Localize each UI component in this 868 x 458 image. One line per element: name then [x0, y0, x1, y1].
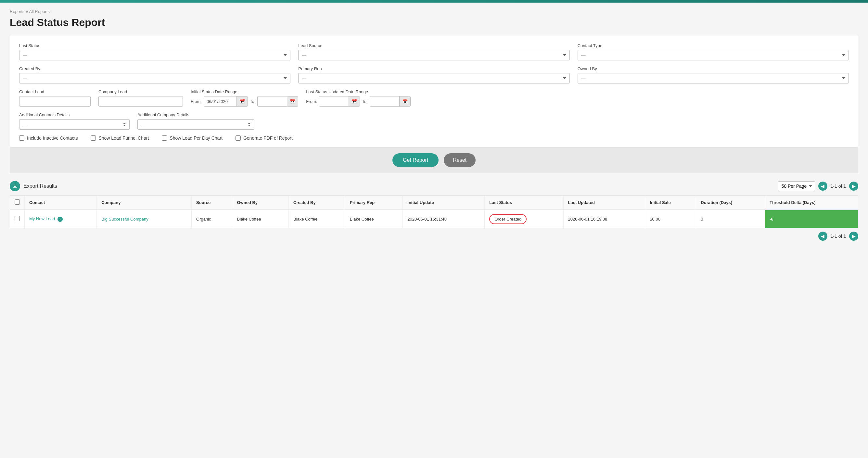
breadcrumb: Reports » All Reports: [10, 9, 858, 14]
initial-status-from-wrapper: 📅: [204, 96, 248, 106]
contact-type-label: Contact Type: [578, 43, 849, 48]
filter-row-4: Additional Contacts Details — Additional…: [19, 112, 849, 130]
col-initial-sale: Initial Sale: [645, 195, 696, 210]
last-status-to-input[interactable]: [370, 97, 399, 106]
last-status-label: Last Status: [19, 43, 290, 48]
from-label-2: From:: [306, 99, 317, 104]
row-checkbox[interactable]: [14, 216, 20, 221]
to-label-2: To:: [362, 99, 367, 104]
additional-company-group: Additional Company Details —: [137, 112, 254, 130]
contact-info-icon[interactable]: ℹ: [58, 217, 63, 222]
lead-source-select[interactable]: —: [298, 50, 569, 60]
generate-pdf-group[interactable]: Generate PDF of Report: [236, 135, 293, 141]
table-body: My New Lead ℹ Big Successful Company Org…: [10, 210, 858, 228]
initial-status-from-cal-icon[interactable]: 📅: [237, 96, 248, 106]
last-status-from-input[interactable]: [319, 97, 348, 106]
col-initial-update: Initial Update: [403, 195, 485, 210]
primary-rep-group: Primary Rep —: [298, 66, 569, 84]
results-section: Export Results 50 Per Page ◀ 1-1 of 1 ▶ …: [10, 181, 858, 244]
generate-pdf-label: Generate PDF of Report: [243, 135, 293, 141]
action-bar: Get Report Reset: [10, 148, 858, 173]
created-by-select[interactable]: —: [19, 73, 290, 84]
owned-by-select[interactable]: —: [578, 73, 849, 84]
include-inactive-contacts-group[interactable]: Include Inactive Contacts: [19, 135, 78, 141]
additional-company-select[interactable]: —: [137, 119, 254, 130]
last-status-select[interactable]: —: [19, 50, 290, 60]
table-row: My New Lead ℹ Big Successful Company Org…: [10, 210, 858, 228]
col-duration: Duration (Days): [696, 195, 765, 210]
contact-lead-input[interactable]: [19, 96, 91, 106]
lead-source-label: Lead Source: [298, 43, 569, 48]
owned-by-group: Owned By —: [578, 66, 849, 84]
show-lead-per-day-chart-checkbox[interactable]: [162, 135, 167, 141]
initial-status-to-wrapper: 📅: [257, 96, 298, 106]
company-lead-input[interactable]: [98, 96, 183, 106]
last-status-updated-date-inputs: From: 📅 To: 📅: [306, 96, 410, 106]
cell-threshold-delta: -6: [765, 210, 858, 228]
contact-type-group: Contact Type —: [578, 43, 849, 60]
primary-rep-select[interactable]: —: [298, 73, 569, 84]
col-contact: Contact: [25, 195, 97, 210]
filter-row-3: Contact Lead Company Lead Initial Status…: [19, 89, 849, 106]
results-header: Export Results 50 Per Page ◀ 1-1 of 1 ▶: [10, 181, 858, 191]
prev-page-button[interactable]: ◀: [818, 182, 827, 191]
next-page-button[interactable]: ▶: [849, 182, 858, 191]
col-company: Company: [97, 195, 192, 210]
breadcrumb-separator: »: [26, 9, 28, 14]
cell-duration: 0: [696, 210, 765, 228]
export-icon[interactable]: [10, 181, 20, 191]
results-footer: ◀ 1-1 of 1 ▶: [10, 228, 858, 244]
last-status-group: Last Status —: [19, 43, 290, 60]
col-source: Source: [192, 195, 232, 210]
breadcrumb-reports[interactable]: Reports: [10, 9, 25, 14]
cell-initial-update: 2020-06-01 15:31:48: [403, 210, 485, 228]
last-status-from-cal-icon[interactable]: 📅: [348, 96, 360, 106]
initial-status-to-cal-icon[interactable]: 📅: [287, 96, 298, 106]
contact-type-select[interactable]: —: [578, 50, 849, 60]
show-lead-funnel-chart-label: Show Lead Funnel Chart: [98, 135, 149, 141]
initial-status-from-input[interactable]: [204, 97, 237, 106]
per-page-select[interactable]: 50 Per Page: [778, 181, 815, 191]
cell-last-updated: 2020-06-01 16:19:38: [563, 210, 645, 228]
export-results: Export Results: [10, 181, 57, 191]
table-header-row: Contact Company Source Owned By Created …: [10, 195, 858, 210]
header-checkbox[interactable]: [14, 200, 20, 205]
created-by-group: Created By —: [19, 66, 290, 84]
additional-contacts-select[interactable]: —: [19, 119, 130, 130]
show-lead-per-day-chart-group[interactable]: Show Lead Per Day Chart: [162, 135, 222, 141]
generate-pdf-checkbox[interactable]: [236, 135, 241, 141]
show-lead-funnel-chart-checkbox[interactable]: [91, 135, 96, 141]
col-primary-rep: Primary Rep: [345, 195, 403, 210]
results-table: Contact Company Source Owned By Created …: [10, 195, 858, 228]
additional-company-label: Additional Company Details: [137, 112, 254, 117]
cell-owned-by: Blake Coffee: [232, 210, 289, 228]
footer-next-page-button[interactable]: ▶: [849, 232, 858, 241]
last-status-to-cal-icon[interactable]: 📅: [399, 96, 410, 106]
filter-row-2: Created By — Primary Rep — Owned By —: [19, 66, 849, 84]
row-checkbox-cell: [10, 210, 25, 228]
checkboxes-row: Include Inactive Contacts Show Lead Funn…: [19, 135, 849, 141]
to-label-1: To:: [250, 99, 255, 104]
footer-prev-page-button[interactable]: ◀: [818, 232, 827, 241]
cell-created-by: Blake Coffee: [289, 210, 345, 228]
created-by-label: Created By: [19, 66, 290, 71]
initial-status-to-input[interactable]: [258, 97, 287, 106]
show-lead-funnel-chart-group[interactable]: Show Lead Funnel Chart: [91, 135, 149, 141]
company-link[interactable]: Big Successful Company: [101, 217, 149, 221]
get-report-button[interactable]: Get Report: [393, 153, 438, 167]
cell-source: Organic: [192, 210, 232, 228]
include-inactive-contacts-checkbox[interactable]: [19, 135, 24, 141]
contact-lead-group: Contact Lead: [19, 89, 91, 106]
primary-rep-label: Primary Rep: [298, 66, 569, 71]
filter-card: Last Status — Lead Source — Contact Type…: [10, 35, 858, 148]
contact-lead-label: Contact Lead: [19, 89, 91, 94]
cell-last-status: Order Created: [485, 210, 563, 228]
contact-link[interactable]: My New Lead: [29, 216, 55, 221]
col-threshold-delta: Threshold Delta (Days): [765, 195, 858, 210]
cell-company: Big Successful Company: [97, 210, 192, 228]
page-info: 1-1 of 1: [831, 184, 846, 189]
col-last-status: Last Status: [485, 195, 563, 210]
reset-button[interactable]: Reset: [444, 153, 475, 167]
footer-page-info: 1-1 of 1: [831, 234, 846, 239]
additional-contacts-group: Additional Contacts Details —: [19, 112, 130, 130]
